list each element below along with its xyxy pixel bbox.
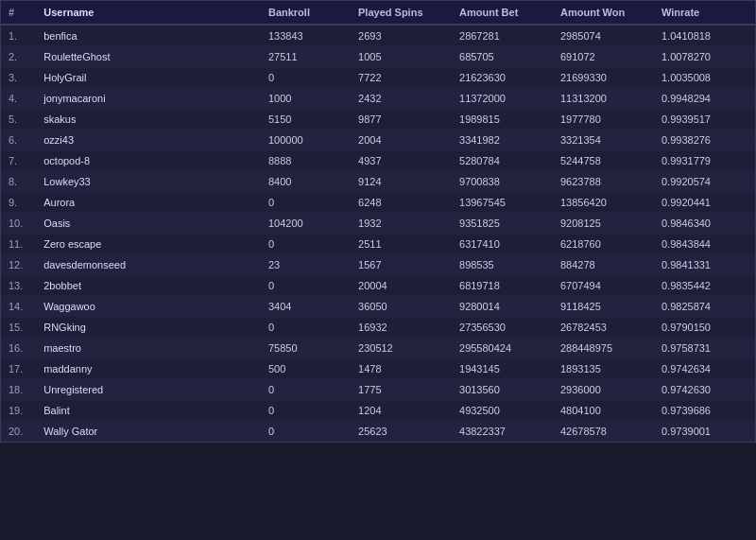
table-row: 11.Zero escape02511631741062187600.98438… (1, 234, 755, 254)
cell-username: Balint (36, 400, 261, 421)
cell-won: 4804100 (553, 400, 654, 421)
cell-num: 19. (1, 400, 36, 421)
cell-winrate: 0.9931779 (654, 150, 755, 171)
cell-num: 6. (1, 130, 36, 150)
cell-spins: 1567 (351, 254, 452, 275)
table-row: 16.maestro758502305122955804242884489750… (1, 338, 755, 358)
cell-username: Aurora (36, 192, 261, 213)
header-username: Username (36, 1, 261, 25)
cell-bet: 27356530 (452, 317, 553, 338)
cell-bet: 2867281 (452, 25, 553, 46)
cell-won: 26782453 (553, 317, 654, 338)
cell-bet: 9280014 (452, 296, 553, 317)
cell-won: 9208125 (553, 213, 654, 234)
cell-bankroll: 500 (261, 358, 351, 379)
cell-bet: 3013560 (452, 379, 553, 400)
cell-username: davesdemonseed (36, 254, 261, 275)
cell-num: 4. (1, 88, 36, 109)
cell-winrate: 0.9739686 (654, 400, 755, 421)
cell-bet: 1989815 (452, 109, 553, 130)
table-row: 2.RouletteGhost2751110056857056910721.00… (1, 46, 755, 67)
cell-won: 884278 (553, 254, 654, 275)
cell-num: 18. (1, 379, 36, 400)
cell-username: RouletteGhost (36, 46, 261, 67)
cell-won: 42678578 (553, 421, 654, 442)
cell-bet: 9700838 (452, 171, 553, 192)
cell-username: Waggawoo (36, 296, 261, 317)
cell-spins: 2693 (351, 25, 452, 46)
cell-username: Wally Gator (36, 421, 261, 442)
cell-spins: 230512 (351, 338, 452, 358)
header-winrate: Winrate (654, 1, 755, 25)
table-header-row: # Username Bankroll Played Spins Amount … (1, 1, 755, 25)
table-row: 4.jonymacaroni1000243211372000113132000.… (1, 88, 755, 109)
cell-spins: 25623 (351, 421, 452, 442)
table-row: 10.Oasis1042001932935182592081250.984634… (1, 213, 755, 234)
cell-winrate: 0.9742630 (654, 379, 755, 400)
cell-winrate: 0.9825874 (654, 296, 755, 317)
cell-bet: 13967545 (452, 192, 553, 213)
cell-spins: 1204 (351, 400, 452, 421)
cell-username: maddanny (36, 358, 261, 379)
table-row: 18.Unregistered01775301356029360000.9742… (1, 379, 755, 400)
cell-bet: 898535 (452, 254, 553, 275)
cell-bankroll: 1000 (261, 88, 351, 109)
cell-spins: 2511 (351, 234, 452, 254)
cell-username: maestro (36, 338, 261, 358)
cell-bet: 9351825 (452, 213, 553, 234)
cell-bankroll: 0 (261, 317, 351, 338)
cell-username: Zero escape (36, 234, 261, 254)
cell-won: 6707494 (553, 275, 654, 296)
cell-bankroll: 27511 (261, 46, 351, 67)
cell-bankroll: 104200 (261, 213, 351, 234)
cell-username: jonymacaroni (36, 88, 261, 109)
table-row: 19.Balint01204493250048041000.9739686 (1, 400, 755, 421)
cell-num: 2. (1, 46, 36, 67)
cell-num: 7. (1, 150, 36, 171)
cell-num: 9. (1, 192, 36, 213)
cell-username: skakus (36, 109, 261, 130)
cell-won: 1893135 (553, 358, 654, 379)
table-row: 12.davesdemonseed2315678985358842780.984… (1, 254, 755, 275)
header-num: # (1, 1, 36, 25)
cell-username: Lowkey33 (36, 171, 261, 192)
cell-num: 1. (1, 25, 36, 46)
cell-num: 12. (1, 254, 36, 275)
cell-num: 20. (1, 421, 36, 442)
cell-winrate: 1.0078270 (654, 46, 755, 67)
cell-bankroll: 0 (261, 192, 351, 213)
cell-bet: 43822337 (452, 421, 553, 442)
cell-winrate: 1.0035008 (654, 67, 755, 88)
cell-winrate: 0.9841331 (654, 254, 755, 275)
cell-spins: 6248 (351, 192, 452, 213)
table-row: 1.benfica1338432693286728129850741.04108… (1, 25, 755, 46)
cell-spins: 1005 (351, 46, 452, 67)
cell-winrate: 0.9835442 (654, 275, 755, 296)
cell-bankroll: 0 (261, 234, 351, 254)
cell-bet: 6819718 (452, 275, 553, 296)
cell-spins: 1932 (351, 213, 452, 234)
cell-won: 5244758 (553, 150, 654, 171)
cell-winrate: 0.9843844 (654, 234, 755, 254)
cell-num: 16. (1, 338, 36, 358)
cell-bet: 6317410 (452, 234, 553, 254)
cell-bankroll: 0 (261, 400, 351, 421)
cell-won: 288448975 (553, 338, 654, 358)
cell-spins: 16932 (351, 317, 452, 338)
cell-winrate: 0.9846340 (654, 213, 755, 234)
cell-spins: 4937 (351, 150, 452, 171)
cell-winrate: 0.9939517 (654, 109, 755, 130)
cell-winrate: 0.9739001 (654, 421, 755, 442)
cell-username: octopod-8 (36, 150, 261, 171)
cell-bankroll: 75850 (261, 338, 351, 358)
table-row: 20.Wally Gator02562343822337426785780.97… (1, 421, 755, 442)
cell-won: 1977780 (553, 109, 654, 130)
header-bet: Amount Bet (452, 1, 553, 25)
cell-bet: 685705 (452, 46, 553, 67)
cell-bankroll: 8400 (261, 171, 351, 192)
cell-bet: 1943145 (452, 358, 553, 379)
cell-spins: 36050 (351, 296, 452, 317)
cell-won: 2985074 (553, 25, 654, 46)
cell-bankroll: 8888 (261, 150, 351, 171)
cell-winrate: 0.9758731 (654, 338, 755, 358)
